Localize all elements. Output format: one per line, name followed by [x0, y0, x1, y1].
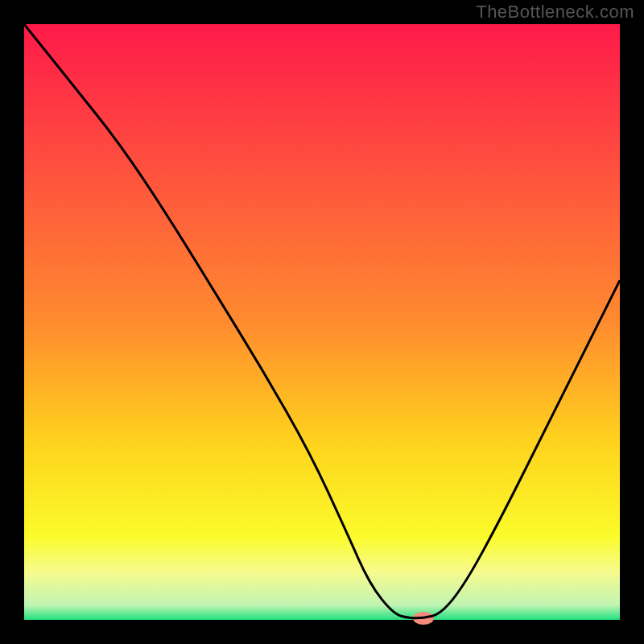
bottleneck-curve-path — [24, 24, 620, 618]
bottleneck-curve — [24, 24, 620, 620]
plot-area — [24, 24, 620, 620]
watermark-text: TheBottleneck.com — [476, 2, 634, 23]
app-frame: TheBottleneck.com — [0, 0, 644, 644]
